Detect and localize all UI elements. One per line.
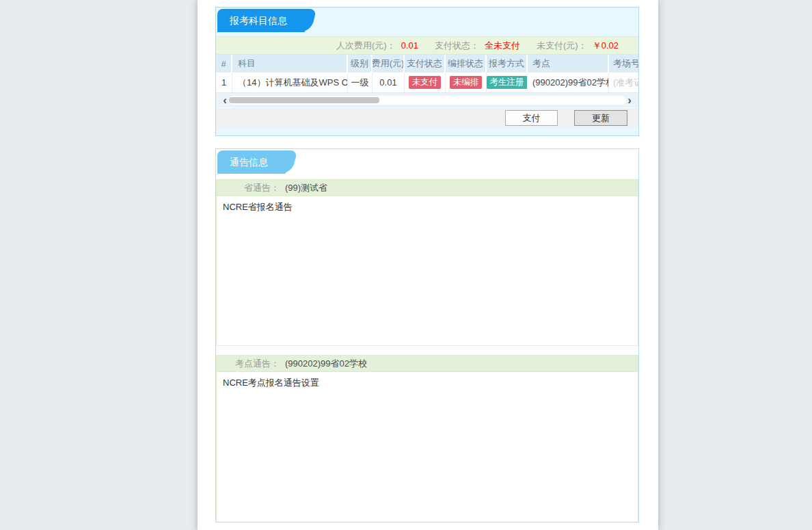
table-row: 1 （14）计算机基础及WPS Office应用 一级 0.01 未支付 未编排… xyxy=(216,72,638,93)
refresh-button[interactable]: 更新 xyxy=(574,110,627,126)
scrollbar-thumb[interactable] xyxy=(229,97,379,103)
notice-panel-title-ribbon: 通告信息 xyxy=(217,150,286,174)
header-level: 级别 xyxy=(348,55,373,72)
header-site: 考点 xyxy=(528,55,609,72)
unpaid-label: 未支付(元)： xyxy=(537,40,587,52)
fee-summary-bar: 人次费用(元)： 0.01 支付状态： 全未支付 未支付(元)： ￥0.02 xyxy=(216,36,638,55)
header-fee: 费用(元) xyxy=(373,55,405,72)
pay-status-badge: 未支付 xyxy=(409,76,442,89)
header-index: # xyxy=(216,55,232,72)
notice-panel: 通告信息 省通告： (99)测试省 NCRE省报名通告 考点通告： (99020… xyxy=(215,148,639,522)
province-notice-bar: 省通告： (99)测试省 xyxy=(216,179,638,196)
site-notice-name: (990202)99省02学校 xyxy=(285,358,367,370)
cell-level: 一级 xyxy=(348,72,373,92)
header-subject: 科目 xyxy=(232,55,348,72)
subject-table: # 科目 级别 费用(元) 支付状态 编排状态 报考方式 考点 考场号 1 （1… xyxy=(216,55,638,93)
province-notice-name: (99)测试省 xyxy=(285,182,327,194)
header-register-mode: 报考方式 xyxy=(487,55,528,72)
cell-site: (990202)99省02学校 xyxy=(528,72,609,92)
cell-pay-status: 未支付 xyxy=(405,72,446,92)
subject-info-panel: 报考科目信息 人次费用(元)： 0.01 支付状态： 全未支付 未支付(元)： … xyxy=(215,7,639,136)
fee-label: 人次费用(元)： xyxy=(336,40,396,52)
province-notice-content: NCRE省报名通告 xyxy=(216,196,638,346)
button-row: 支付 更新 xyxy=(216,107,638,127)
province-notice-label: 省通告： xyxy=(217,182,280,194)
cell-fee: 0.01 xyxy=(373,72,405,92)
cell-room: (准考证打印后 xyxy=(609,72,638,92)
register-mode-badge: 考生注册 xyxy=(487,76,528,89)
province-notice-box: 省通告： (99)测试省 NCRE省报名通告 xyxy=(216,179,638,346)
subject-panel-title: 报考科目信息 xyxy=(230,15,287,26)
notice-panel-title: 通告信息 xyxy=(230,157,268,168)
pay-status-value: 全未支付 xyxy=(485,40,520,52)
arrange-status-badge: 未编排 xyxy=(450,76,483,89)
fee-value: 0.01 xyxy=(401,40,418,51)
cell-arrange-status: 未编排 xyxy=(446,72,487,92)
content-column: 报考科目信息 人次费用(元)： 0.01 支付状态： 全未支付 未支付(元)： … xyxy=(198,0,658,530)
pay-button[interactable]: 支付 xyxy=(505,110,558,126)
horizontal-scrollbar[interactable]: ‹ › xyxy=(216,93,638,107)
pay-status-label: 支付状态： xyxy=(435,40,479,52)
cell-index: 1 xyxy=(216,72,232,92)
subject-table-header: # 科目 级别 费用(元) 支付状态 编排状态 报考方式 考点 考场号 xyxy=(216,55,638,72)
scrollbar-track[interactable] xyxy=(228,96,626,105)
site-notice-bar: 考点通告： (990202)99省02学校 xyxy=(216,355,638,372)
scroll-right-icon[interactable]: › xyxy=(625,93,634,107)
cell-subject: （14）计算机基础及WPS Office应用 xyxy=(232,72,348,92)
subject-panel-title-ribbon: 报考科目信息 xyxy=(217,9,305,32)
site-notice-label: 考点通告： xyxy=(217,358,280,370)
unpaid-value: ￥0.02 xyxy=(593,40,619,52)
header-pay-status: 支付状态 xyxy=(405,55,446,72)
cell-register-mode: 考生注册 xyxy=(487,72,528,92)
site-notice-box: 考点通告： (990202)99省02学校 NCRE考点报名通告设置 xyxy=(216,355,638,521)
site-notice-content: NCRE考点报名通告设置 xyxy=(216,372,638,521)
header-arrange-status: 编排状态 xyxy=(446,55,487,72)
header-room: 考场号 xyxy=(609,55,638,72)
